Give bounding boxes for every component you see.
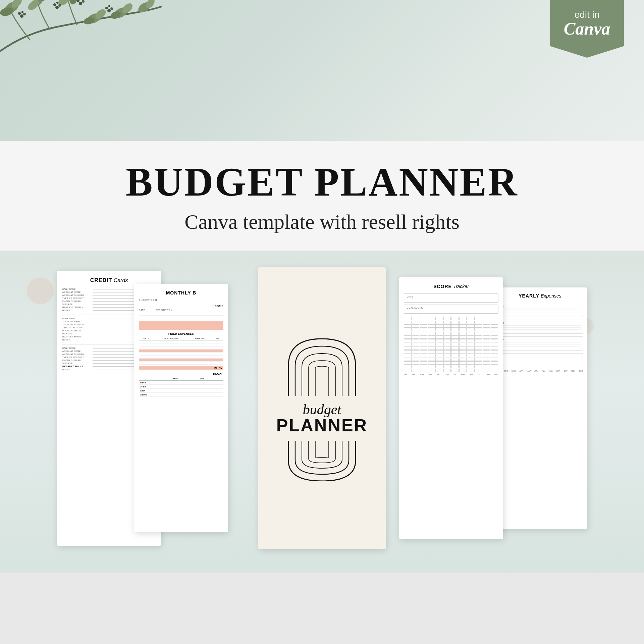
recap-row-spent: Spent bbox=[139, 385, 223, 389]
svg-point-23 bbox=[53, 3, 56, 6]
svg-point-25 bbox=[79, 2, 82, 5]
main-title: BUDGET PLANNER bbox=[13, 161, 631, 203]
th-due: Due bbox=[211, 337, 223, 340]
th-amount: Amount bbox=[188, 337, 211, 340]
credit-cards-title: CREDIT Cards bbox=[62, 277, 156, 283]
table-row bbox=[139, 359, 223, 362]
date-field: DATE bbox=[404, 293, 498, 303]
amt-col: Amt bbox=[199, 377, 223, 381]
score-grid: JAN FEB MAR APR MAY JUN JUL AUG SEP OCT … bbox=[404, 317, 498, 375]
score-title: SCORE Tracker bbox=[404, 283, 498, 289]
recap-section: RECAP Goal Amt Earns S bbox=[139, 372, 223, 397]
svg-point-24 bbox=[56, 2, 58, 4]
goal-col: Goal bbox=[172, 377, 199, 381]
desc-col: DESCRIPTION bbox=[156, 309, 223, 311]
pink-row-1 bbox=[139, 321, 223, 324]
pink-row-3 bbox=[139, 327, 223, 330]
table-row bbox=[139, 343, 223, 346]
table-row bbox=[139, 346, 223, 350]
goal-score-field: GOAL SCORE bbox=[404, 305, 498, 314]
th-date: Date bbox=[139, 337, 154, 340]
table-row bbox=[139, 362, 223, 365]
score-italic: Tracker bbox=[453, 284, 469, 289]
yearly-bold: YEARLY bbox=[519, 293, 539, 299]
bottom-section: CREDIT Cards BANK NAME ACCOUNT NAME ACCO… bbox=[0, 251, 644, 573]
budget-goal-label: BUDGET GOAL bbox=[139, 299, 223, 301]
income-row-3 bbox=[139, 318, 223, 321]
goal-score-label: GOAL SCORE bbox=[407, 307, 495, 309]
cover-planner-text: PLANNER bbox=[276, 417, 368, 434]
svg-point-32 bbox=[108, 5, 110, 7]
date-label: DATE bbox=[407, 296, 495, 298]
yearly-title: YEARLY Expenses bbox=[497, 293, 583, 299]
recap-label: RECAP bbox=[139, 372, 223, 375]
svg-point-17 bbox=[20, 14, 23, 18]
svg-point-30 bbox=[110, 7, 113, 10]
svg-point-22 bbox=[58, 4, 61, 7]
yearly-q2: APR bbox=[497, 320, 583, 334]
table-row bbox=[139, 356, 223, 359]
date-col: DATE bbox=[139, 309, 156, 311]
svg-point-31 bbox=[105, 7, 108, 9]
score-bold: SCORE bbox=[433, 284, 452, 289]
table-row bbox=[139, 340, 223, 343]
recap-table: Goal Amt Earns Spent Debt bbox=[139, 377, 223, 397]
th-desc: Description bbox=[154, 337, 188, 340]
eucalyptus-illustration bbox=[0, 0, 164, 114]
credit-bold: CREDIT bbox=[90, 277, 112, 283]
svg-point-18 bbox=[23, 13, 26, 15]
arch-top-icon bbox=[285, 335, 359, 396]
svg-point-29 bbox=[107, 9, 111, 12]
yearly-q4: DEC bbox=[497, 353, 583, 367]
yearly-q1: JAN bbox=[497, 303, 583, 317]
yearly-month-labels: JAN FEB MAR APR MAY JUN JUL AUG SEP OCT … bbox=[497, 370, 583, 372]
svg-point-21 bbox=[55, 6, 59, 9]
monthly-title: MONTHLY B bbox=[139, 290, 223, 296]
edit-in-text: edit in bbox=[557, 9, 617, 20]
fixed-expenses-table: Date Description Amount Due bbox=[139, 337, 223, 365]
recap-row-saved: Saved bbox=[139, 393, 223, 397]
month-labels: JAN FEB MAR APR MAY JUN JUL AUG SEP OCT … bbox=[404, 373, 498, 375]
svg-point-26 bbox=[82, 0, 85, 3]
pages-container: CREDIT Cards BANK NAME ACCOUNT NAME ACCO… bbox=[37, 261, 607, 562]
svg-point-19 bbox=[18, 12, 21, 15]
recap-row-debt: Debt bbox=[139, 389, 223, 393]
canva-badge: edit in Canva bbox=[550, 0, 624, 58]
table-row bbox=[139, 353, 223, 356]
income-row-1 bbox=[139, 313, 223, 316]
middle-section: BUDGET PLANNER Canva template with resel… bbox=[0, 141, 644, 251]
total-row: TOTAL bbox=[139, 366, 223, 370]
svg-point-20 bbox=[21, 11, 23, 13]
arch-bottom-icon bbox=[285, 441, 359, 481]
fixed-expenses-label: FIXED EXPENSES bbox=[139, 332, 223, 335]
recap-row-earns: Earns bbox=[139, 381, 223, 385]
cover-budget-text: budget bbox=[303, 402, 341, 417]
monthly-budget-page: MONTHLY B BUDGET GOAL INCOME DATE DESCRI… bbox=[134, 284, 228, 532]
canva-text: Canva bbox=[557, 20, 617, 38]
svg-point-27 bbox=[77, 0, 79, 2]
income-row-2 bbox=[139, 316, 223, 318]
cover-page: budget PLANNER bbox=[258, 267, 386, 549]
subtitle: Canva template with resell rights bbox=[13, 210, 631, 234]
yearly-expenses-page: YEARLY Expenses JAN APR SEP DEC bbox=[493, 287, 587, 529]
income-label: INCOME bbox=[139, 305, 223, 308]
top-banner: edit in Canva bbox=[0, 0, 644, 141]
score-tracker-page: SCORE Tracker DATE GOAL SCORE bbox=[399, 277, 503, 539]
yearly-q3: SEP bbox=[497, 336, 583, 351]
yearly-italic: Expenses bbox=[541, 293, 561, 299]
pink-row-2 bbox=[139, 324, 223, 327]
table-row bbox=[139, 350, 223, 353]
credit-italic: Cards bbox=[114, 277, 128, 283]
